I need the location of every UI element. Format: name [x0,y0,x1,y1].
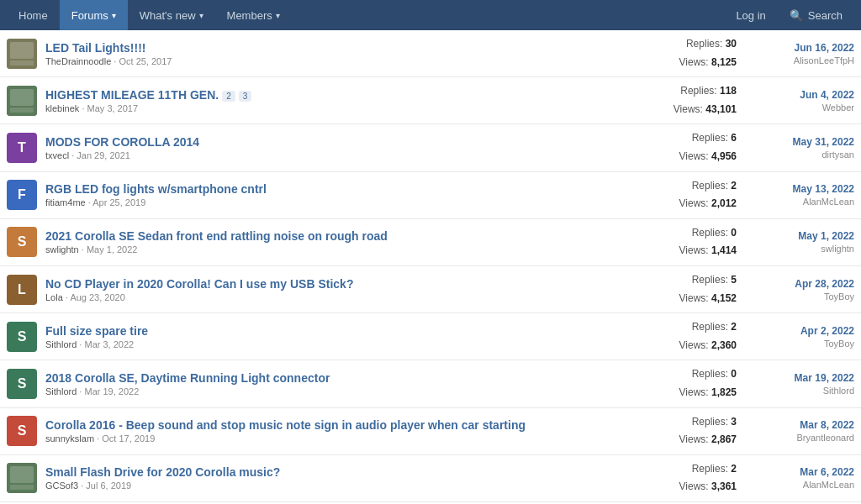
thread-date: Mar 3, 2022 [84,339,134,349]
2021-corolla-se-avatar: S [7,227,37,257]
svg-rect-7 [10,466,34,483]
thread-info: 2021 Corolla SE Sedan front end rattling… [45,229,627,255]
page-badge[interactable]: 3 [239,91,252,102]
views-count: 2,360 [711,339,737,351]
views-label: Views: 43,101 [627,101,737,119]
last-post-date[interactable]: May 31, 2022 [753,136,854,148]
search-button[interactable]: 🔍 Search [778,0,854,30]
thread-title[interactable]: MODS FOR COROLLA 2014 [45,135,199,149]
last-post-user[interactable]: ToyBoy [753,291,854,302]
corolla-2016-beep-avatar: S [7,416,37,446]
thread-date: Oct 17, 2019 [102,433,155,444]
thread-stats: Replies: 118 Views: 43,101 [627,82,753,118]
thread-meta: fitiam4me · Apr 25, 2019 [45,197,627,207]
table-row: HIGHEST MILEAGE 11TH GEN.23 klebinek · M… [0,77,861,124]
svg-rect-2 [10,60,34,66]
last-post-date[interactable]: Apr 28, 2022 [753,278,854,290]
thread-author[interactable]: txvecl [45,150,69,160]
views-count: 4,152 [711,292,737,304]
page-badge[interactable]: 2 [222,91,235,102]
replies-count: 6 [731,132,737,144]
LED-thread-avatar [7,39,37,69]
views-label: Views: 1,825 [627,384,737,402]
thread-title[interactable]: LED Tail Lights!!!! [45,41,146,55]
thread-title[interactable]: Full size spare tire [45,324,148,338]
thread-author[interactable]: GCSof3 [45,480,78,491]
views-label: Views: 8,125 [627,54,737,72]
thread-stats: Replies: 0 Views: 1,825 [627,365,753,402]
replies-count: 30 [726,38,737,50]
last-post-date[interactable]: Mar 6, 2022 [753,466,854,478]
last-post: Apr 2, 2022 ToyBoy [753,325,854,349]
whats-new-chevron-icon: ▾ [199,11,203,20]
thread-date: May 3, 2017 [87,103,139,113]
no-cd-player-avatar: L [7,275,37,305]
thread-date: Apr 25, 2019 [92,197,145,207]
nav-members[interactable]: Members ▾ [215,0,292,30]
last-post-user[interactable]: dirtysan [753,150,854,160]
thread-author[interactable]: sunnykslam [45,433,94,444]
replies-count: 5 [731,274,737,286]
thread-meta: GCSof3 · Jul 6, 2019 [45,480,627,491]
last-post-date[interactable]: May 1, 2022 [753,230,854,242]
last-post: Mar 8, 2022 Bryantleonard [753,419,854,443]
thread-stats: Replies: 30 Views: 8,125 [627,35,753,71]
thread-title[interactable]: HIGHEST MILEAGE 11TH GEN. [45,88,219,102]
last-post-date[interactable]: May 13, 2022 [753,183,854,195]
thread-title[interactable]: 2021 Corolla SE Sedan front end rattling… [45,229,388,243]
replies-label: Replies: 118 [627,82,737,101]
last-post-date[interactable]: Jun 4, 2022 [753,89,854,101]
table-row: L No CD Player in 2020 Corolla! Can I us… [0,266,861,313]
views-label: Views: 4,956 [627,148,737,166]
last-post-date[interactable]: Mar 8, 2022 [753,419,854,431]
last-post-date[interactable]: Apr 2, 2022 [753,325,854,337]
thread-author[interactable]: Sithlord [45,386,77,396]
views-label: Views: 2,012 [627,195,737,213]
thread-stats: Replies: 5 Views: 4,152 [627,271,753,307]
last-post-user[interactable]: AlanMcLean [753,480,854,490]
thread-title[interactable]: Corolla 2016 - Beep sound and stop music… [45,418,526,432]
last-post-user[interactable]: Webber [753,102,854,113]
thread-meta: klebinek · May 3, 2017 [45,103,627,113]
thread-date: Oct 25, 2017 [119,56,172,66]
thread-title[interactable]: 2018 Corolla SE, Daytime Running Light c… [45,371,330,385]
full-size-spare-avatar: S [7,322,37,352]
last-post-user[interactable]: AlisonLeeTfpH [753,55,854,66]
nav-forums[interactable]: Forums ▾ [60,0,128,30]
thread-author[interactable]: Sithlord [45,339,77,349]
thread-info: LED Tail Lights!!!! TheDrainnoodle · Oct… [45,41,627,66]
last-post-date[interactable]: Jun 16, 2022 [753,42,854,54]
last-post-date[interactable]: Mar 19, 2022 [753,372,854,384]
last-post-user[interactable]: Sithlord [753,386,854,396]
last-post-user[interactable]: swlightn [753,244,854,254]
RGB-LED-avatar: F [7,180,37,210]
login-button[interactable]: Log in [724,0,777,30]
thread-author[interactable]: fitiam4me [45,197,86,207]
forums-chevron-icon: ▾ [112,11,116,20]
thread-title[interactable]: No CD Player in 2020 Corolla! Can I use … [45,277,353,291]
thread-title[interactable]: Small Flash Drive for 2020 Corolla music… [45,465,280,479]
thread-author[interactable]: Lola [45,292,63,302]
replies-label: Replies: 3 [627,413,737,432]
thread-stats: Replies: 2 Views: 2,012 [627,177,753,213]
replies-count: 2 [731,321,737,333]
members-chevron-icon: ▾ [276,11,280,20]
thread-author[interactable]: TheDrainnoodle [45,56,111,66]
nav-whats-new[interactable]: What's new ▾ [128,0,215,30]
thread-title[interactable]: RGB LED fog lights w/smartphone cntrl [45,182,267,196]
nav-home[interactable]: Home [7,0,60,30]
small-flash-drive-avatar [7,463,37,493]
thread-info: MODS FOR COROLLA 2014 txvecl · Jan 29, 2… [45,135,627,160]
forum-thread-list: LED Tail Lights!!!! TheDrainnoodle · Oct… [0,30,861,504]
thread-author[interactable]: swlightn [45,244,79,255]
thread-info: No CD Player in 2020 Corolla! Can I use … [45,277,627,302]
last-post: May 13, 2022 AlanMcLean [753,183,854,207]
thread-author[interactable]: klebinek [45,103,79,113]
table-row: S 2021 Corolla SE Sedan front end rattli… [0,219,861,266]
last-post-user[interactable]: AlanMcLean [753,197,854,207]
thread-meta: swlightn · May 1, 2022 [45,244,627,255]
views-label: Views: 4,152 [627,290,737,308]
thread-meta: Lola · Aug 23, 2020 [45,292,627,302]
last-post-user[interactable]: ToyBoy [753,339,854,349]
last-post-user[interactable]: Bryantleonard [753,433,854,443]
